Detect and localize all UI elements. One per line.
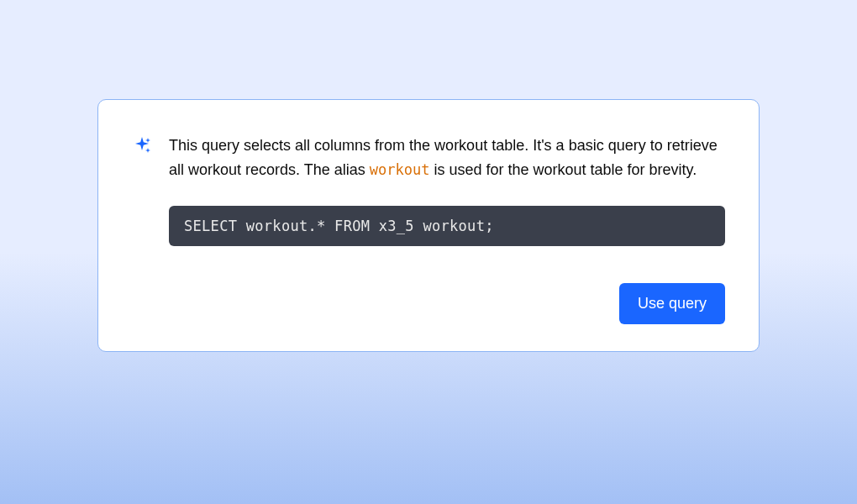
button-row: Use query xyxy=(132,283,725,324)
sparkle-icon xyxy=(132,135,152,155)
query-description: This query selects all columns from the … xyxy=(169,134,725,182)
inline-code-alias: workout xyxy=(370,161,430,178)
description-text-2: is used for the workout table for brevit… xyxy=(429,161,697,178)
sql-code-block: SELECT workout.* FROM x3_5 workout; xyxy=(169,206,725,246)
card-content: This query selects all columns from the … xyxy=(169,134,725,246)
card-body: This query selects all columns from the … xyxy=(132,134,725,246)
query-suggestion-card: This query selects all columns from the … xyxy=(97,99,760,352)
use-query-button[interactable]: Use query xyxy=(619,283,725,324)
